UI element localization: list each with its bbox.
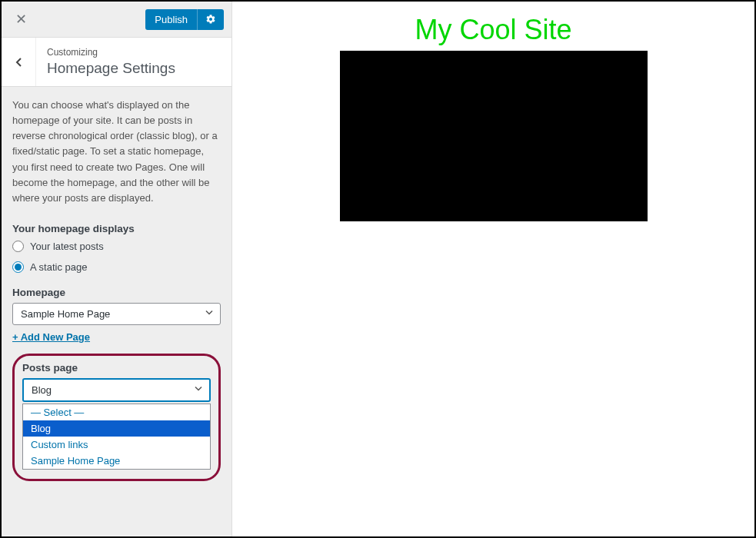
chevron-down-icon — [194, 384, 203, 396]
sidebar-content: You can choose what's displayed on the h… — [2, 87, 231, 492]
close-button[interactable]: ✕ — [9, 8, 33, 31]
dropdown-option-blog[interactable]: Blog — [23, 420, 210, 437]
chevron-down-icon — [205, 308, 214, 320]
homepage-field: Homepage Sample Home Page + Add New Page — [12, 287, 221, 343]
radio-latest-posts[interactable]: Your latest posts — [12, 241, 221, 252]
posts-page-label: Posts page — [22, 362, 211, 374]
homepage-select-value: Sample Home Page — [21, 308, 110, 320]
page-title: Homepage Settings — [47, 60, 221, 77]
radio-static-page[interactable]: A static page — [12, 261, 221, 273]
add-new-page-link[interactable]: + Add New Page — [12, 331, 90, 343]
posts-page-select-value: Blog — [32, 384, 52, 396]
posts-page-dropdown: — Select — Blog Custom links Sample Home… — [22, 404, 211, 470]
intro-text: You can choose what's displayed on the h… — [12, 98, 221, 206]
radio-static-input[interactable] — [12, 261, 24, 273]
breadcrumb: Customizing — [47, 47, 221, 58]
customizer-sidebar: ✕ Publish Customizing Homepage Settings — [2, 2, 232, 536]
display-heading: Your homepage displays — [12, 223, 221, 234]
gear-icon[interactable] — [198, 9, 224, 29]
homepage-select[interactable]: Sample Home Page — [12, 303, 221, 325]
homepage-label: Homepage — [12, 287, 221, 298]
close-icon: ✕ — [15, 12, 27, 27]
radio-latest-label: Your latest posts — [30, 241, 104, 252]
preview-pane: My Cool Site — [232, 2, 754, 536]
back-button[interactable] — [2, 38, 36, 86]
dropdown-option-select[interactable]: — Select — — [23, 404, 210, 420]
site-title: My Cool Site — [415, 14, 571, 46]
header-text: Customizing Homepage Settings — [36, 38, 231, 86]
posts-page-highlight: Posts page Blog — Select — Blog Custom l… — [12, 354, 221, 481]
topbar: ✕ Publish — [2, 2, 231, 38]
radio-latest-input[interactable] — [12, 241, 24, 252]
dropdown-option-custom-links[interactable]: Custom links — [23, 437, 210, 453]
publish-label: Publish — [145, 9, 198, 30]
section-header: Customizing Homepage Settings — [2, 38, 231, 87]
chevron-left-icon — [15, 57, 22, 68]
dropdown-option-sample-home[interactable]: Sample Home Page — [23, 453, 210, 469]
radio-static-label: A static page — [30, 261, 87, 273]
publish-group: Publish — [145, 9, 224, 30]
preview-content-block — [340, 51, 648, 221]
posts-page-select[interactable]: Blog — [22, 378, 211, 402]
publish-button[interactable]: Publish — [145, 9, 224, 30]
